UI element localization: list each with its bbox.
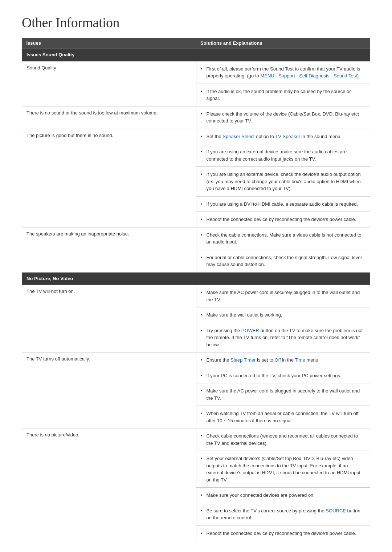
list-item: Make sure your connected devices are pow…: [201, 491, 366, 500]
link-text: Speaker Select: [222, 134, 254, 139]
issue-cell: The TV will not turn on.: [22, 285, 196, 352]
solution-cell: If your PC is connected to the TV, check…: [196, 368, 370, 383]
link-text: Time: [295, 357, 305, 363]
list-item: Reboot the connected device by reconnect…: [201, 215, 366, 224]
list-item: Check the cable connections. Make sure a…: [201, 230, 366, 247]
list-item: If you are using a DVI to HDMI cable, a …: [201, 200, 366, 209]
list-item: When watching TV from an aerial or cable…: [201, 409, 366, 425]
link-text: Off: [274, 357, 281, 363]
issue-cell: There is no picture/video.: [22, 428, 196, 541]
solution-cell: Set the Speaker Select option to TV Spea…: [196, 129, 370, 144]
list-item: Make sure the AC power cord is plugged i…: [201, 386, 366, 403]
solution-cell: Please check the volume of the device (C…: [196, 106, 370, 129]
main-table: Issues Solutions and Explanations Issues…: [22, 38, 370, 541]
solution-cell: First of all, please perform the Sound T…: [196, 61, 370, 84]
solution-cell: For aerial or cable connections, check t…: [196, 250, 370, 272]
section-header-row: No Picture, No Video: [22, 272, 370, 285]
solution-cell: Make sure the wall outlet is working.: [196, 307, 370, 323]
solution-cell: Make sure your connected devices are pow…: [196, 488, 370, 503]
page-title: Other Information: [22, 15, 370, 31]
list-item: If your PC is connected to the TV, check…: [201, 371, 366, 380]
link-text: Sleep Timer: [230, 357, 256, 363]
list-item: If the audio is ok, the sound problem ma…: [201, 87, 366, 103]
issue-cell: The picture is good but there is no soun…: [22, 129, 196, 227]
solution-cell: Be sure to select the TV's correct sourc…: [196, 503, 370, 525]
solution-cell: If you are using an external device, che…: [196, 167, 370, 197]
link-text: MENU: [260, 73, 274, 78]
solution-cell: Set your external device's (Cable/Set to…: [196, 451, 370, 488]
issue-cell: There is no sound or the sound is too lo…: [22, 106, 196, 129]
list-item: If you are using an external device, mak…: [201, 147, 366, 164]
list-item: Make sure the wall outlet is working.: [201, 310, 366, 320]
col-header-issues: Issues: [22, 38, 196, 49]
solution-cell: If the audio is ok, the sound problem ma…: [196, 84, 370, 106]
section-header-row: Issues Sound Quality: [22, 49, 370, 61]
solution-cell: Check cable connections (remove and reco…: [196, 428, 370, 451]
list-item: Try pressing the POWER button on the TV …: [201, 326, 366, 350]
solution-cell: Make sure the AC power cord is securely …: [196, 285, 370, 307]
link-text: POWER: [241, 328, 259, 333]
table-row: There is no picture/video.Check cable co…: [22, 428, 370, 451]
list-item: Reboot the connected device by reconnect…: [201, 529, 366, 538]
solution-cell: Ensure the Sleep Timer is set to Off in …: [196, 352, 370, 368]
solution-cell: Reboot the connected device by reconnect…: [196, 212, 370, 227]
list-item: Set the Speaker Select option to TV Spea…: [201, 132, 366, 141]
solution-cell: Check the cable connections. Make sure a…: [196, 227, 370, 250]
issue-cell: Sound Quality: [22, 61, 196, 106]
solution-cell: Try pressing the POWER button on the TV …: [196, 323, 370, 352]
solution-cell: Reboot the connected device by reconnect…: [196, 525, 370, 541]
link-text: TV Speaker: [275, 134, 300, 139]
list-item: Set your external device's (Cable/Set to…: [201, 454, 366, 484]
section-header-label: No Picture, No Video: [22, 272, 370, 285]
list-item: Please check the volume of the device (C…: [201, 109, 366, 126]
link-text: SOURCE: [326, 508, 346, 513]
solution-cell: Make sure the AC power cord is plugged i…: [196, 383, 370, 406]
list-item: Be sure to select the TV's correct sourc…: [201, 506, 366, 523]
link-text: Support: [278, 73, 295, 78]
table-row: Sound QualityFirst of all, please perfor…: [22, 61, 370, 84]
list-item: Make sure the AC power cord is securely …: [201, 288, 366, 304]
list-item: For aerial or cable connections, check t…: [201, 253, 366, 269]
table-row: The speakers are making an inappropriate…: [22, 227, 370, 250]
solution-cell: When watching TV from an aerial or cable…: [196, 406, 370, 428]
solution-cell: If you are using a DVI to HDMI cable, a …: [196, 196, 370, 212]
issue-cell: The speakers are making an inappropriate…: [22, 227, 196, 272]
table-row: The TV turns off automatically.Ensure th…: [22, 352, 370, 368]
list-item: First of all, please perform the Sound T…: [201, 64, 366, 81]
table-row: There is no sound or the sound is too lo…: [22, 106, 370, 129]
issue-cell: The TV turns off automatically.: [22, 352, 196, 428]
list-item: Ensure the Sleep Timer is set to Off in …: [201, 355, 366, 365]
link-text: Sound Test: [334, 73, 357, 78]
col-header-solutions: Solutions and Explanations: [196, 38, 370, 49]
table-row: The TV will not turn on.Make sure the AC…: [22, 285, 370, 307]
table-row: The picture is good but there is no soun…: [22, 129, 370, 144]
section-header-label: Issues Sound Quality: [22, 49, 370, 61]
list-item: If you are using an external device, che…: [201, 170, 366, 193]
solution-cell: If you are using an external device, mak…: [196, 144, 370, 167]
link-text: Self Diagnosis: [299, 73, 329, 78]
list-item: Check cable connections (remove and reco…: [201, 431, 366, 448]
